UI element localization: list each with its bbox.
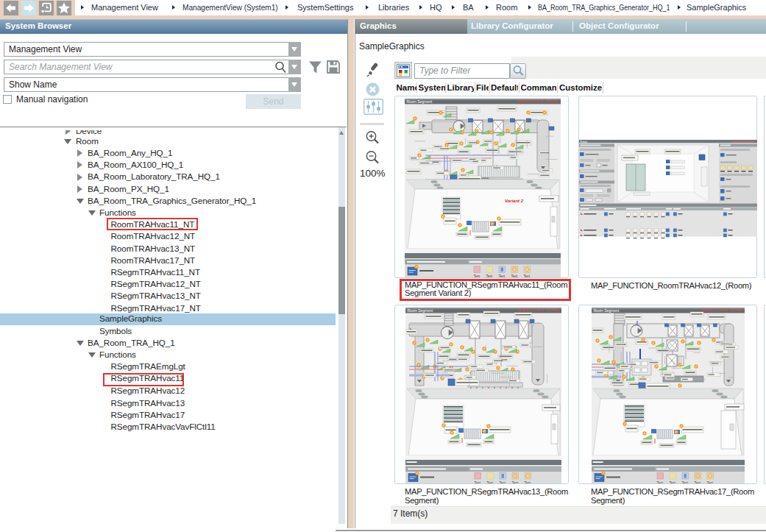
svg-text:Text: Text [474, 274, 480, 277]
svg-text:Room Segment: Room Segment [407, 308, 433, 312]
svg-text:Text: Text [707, 480, 714, 483]
svg-text:Room: Room [580, 141, 587, 143]
svg-text:Text: Text [486, 274, 493, 277]
svg-text:Room Segment: Room Segment [407, 99, 433, 104]
svg-text:segment is set to "not used": segment is set to "not used" [701, 308, 743, 312]
svg-text:Text: Text [524, 274, 531, 277]
svg-text:Text: Text [695, 480, 701, 483]
svg-text:Text: Text [474, 480, 480, 483]
svg-text:Text: Text [682, 480, 689, 483]
svg-text:Text: Text [499, 274, 506, 277]
svg-text:Room Segment: Room Segment [594, 308, 620, 312]
svg-text:Variant 2: Variant 2 [505, 199, 524, 203]
svg-text:Text: Text [486, 480, 493, 483]
svg-text:Text: Text [511, 480, 518, 483]
svg-text:segment is set to "not used": segment is set to "not used" [518, 308, 560, 312]
svg-text:Text: Text [499, 480, 506, 483]
svg-text:Text: Text [524, 480, 531, 483]
svg-text:segment is set to "not used": segment is set to "not used" [517, 99, 559, 103]
svg-text:Text: Text [657, 480, 664, 483]
svg-text:Text: Text [511, 274, 518, 277]
svg-text:Text: Text [670, 480, 676, 483]
